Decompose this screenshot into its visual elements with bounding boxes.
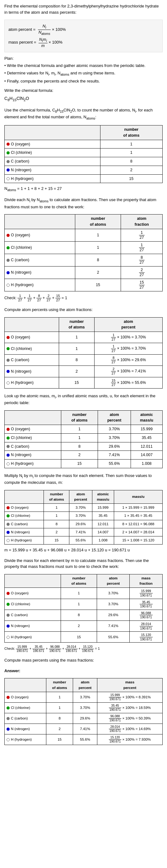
carbon-dot [6, 717, 10, 720]
table-row: H (hydrogen) 15 1527 × 100% = 55.6% [5, 377, 163, 388]
nitrogen-dot [6, 271, 10, 274]
table-row: C (carbon) 8 29.6% 96.088190.671 [5, 610, 163, 620]
table6-check: Check: 15.999190.671 + 35.45190.671 + 96… [4, 645, 163, 653]
formulas-block: atom percent = Ni Natoms × 100% mass per… [4, 20, 163, 52]
answer-label: Answer: [4, 668, 163, 674]
divide-mass-text: Divide the mass for each element by m to… [4, 558, 163, 570]
table-row: C (carbon) 8 827 × 100% = 29.6% [5, 354, 163, 366]
table1: numberof atoms O (oxygen) 1 Cl (chlorine… [4, 125, 163, 183]
hydrogen-dot [6, 738, 10, 741]
table-row: O (oxygen) 1 3.70% 15.999190.671 × 100% … [5, 692, 163, 702]
table-row: Cl (chlorine) 1 [5, 149, 163, 157]
chlorine-dot [6, 436, 10, 440]
table3: numberof atoms atompercent O (oxygen) 1 … [4, 317, 163, 389]
carbon-dot [6, 160, 10, 163]
chlorine-dot [6, 246, 10, 249]
oxygen-dot [6, 592, 10, 595]
compute-mass-text: Compute mass percents using the mass fra… [4, 657, 163, 663]
table-row: H (hydrogen) 15 [5, 174, 163, 183]
oxygen-dot [6, 696, 10, 699]
m-line: m = 15.999 u + 35.45 u + 96.088 u + 28.0… [4, 547, 163, 553]
table-row: N (nitrogen) 2 7.41% 14.007 2 × 14.007 =… [5, 528, 163, 536]
table-row: H (hydrogen) 15 55.6% 15.120190.671 × 10… [5, 734, 163, 745]
plan-item-2: • Determine values for Ni, mi, Natoms an… [4, 70, 163, 77]
chlorine-dot [6, 151, 10, 154]
carbon-dot [6, 359, 10, 362]
table-row: Cl (chlorine) 1 3.70% 35.45190.671 [5, 599, 163, 610]
table-row: N (nitrogen) 2 [5, 166, 163, 174]
table5-container: numberof atoms atompercent atomicmass/u … [4, 490, 163, 553]
table-row: O (oxygen) 1 127 [5, 229, 163, 241]
table1-col-element [5, 125, 100, 140]
multiply-text-section: Multiply Ni by mi to compute the mass fo… [4, 473, 163, 486]
chlorine-dot [6, 706, 10, 710]
table7-container: numberof atoms atompercent masspercent O… [4, 678, 163, 745]
nitrogen-dot [6, 624, 10, 628]
table2-check: Check: 127 + 127 + 827 + 227 + 1527 = 1 [4, 294, 163, 302]
table4: numberof atoms atompercent atomicmass/u … [4, 410, 163, 468]
table-row: C (carbon) 8 [5, 157, 163, 166]
write-formula-section: Write the chemical formula: C8H15ClN2O [4, 88, 163, 103]
plan-section: Plan: • Write the chemical formula and g… [4, 55, 163, 84]
lookup-text-section: Look up the atomic mass, mi, in unified … [4, 393, 163, 406]
nitrogen-dot [6, 531, 10, 534]
table-row: C (carbon) 8 29.6% 96.088190.671 × 100% … [5, 713, 163, 723]
chlorine-dot [6, 514, 10, 518]
carbon-dot [6, 523, 10, 526]
chemical-formula-display: C8H15ClN2O [4, 95, 163, 103]
table-row: C (carbon) 8 29.6% 12.011 8 × 12.011 = 9… [5, 520, 163, 528]
table1-container: numberof atoms O (oxygen) 1 Cl (chlorine… [4, 125, 163, 192]
answer-section: Answer: [4, 668, 163, 674]
table-row: H (hydrogen) 15 55.6% 15.120190.671 [5, 632, 163, 643]
table5: numberof atoms atompercent atomicmass/u … [4, 490, 163, 545]
table-row: O (oxygen) 1 3.70% 15.999190.671 [5, 588, 163, 599]
table4-container: numberof atoms atompercent atomicmass/u … [4, 410, 163, 468]
hydrogen-dot [6, 284, 10, 287]
table-row: H (hydrogen) 15 55.6% 1.008 15 × 1.008 =… [5, 536, 163, 545]
plan-header: Plan: [4, 55, 163, 62]
nitrogen-dot [6, 454, 10, 457]
hydrogen-dot [6, 462, 10, 465]
atom-percent-formula: atom percent = Ni Natoms × 100% [8, 24, 159, 36]
carbon-dot [6, 614, 10, 617]
table-row: Cl (chlorine) 1 3.70% 35.45 1 × 35.45 = … [5, 512, 163, 520]
table-row: N (nitrogen) 2 7.41% 28.014190.671 × 100… [5, 723, 163, 734]
oxygen-dot [6, 336, 10, 339]
table-row: C (carbon) 8 29.6% 12.011 [5, 442, 163, 451]
mass-percent-formula: mass percent = Nimi m × 100% [8, 37, 159, 48]
carbon-dot [6, 259, 10, 262]
table-row: N (nitrogen) 2 227 × 100% = 7.41% [5, 366, 163, 377]
oxygen-dot [6, 143, 10, 146]
table2-container: numberof atoms atomfraction O (oxygen) 1… [4, 214, 163, 302]
table7: numberof atoms atompercent masspercent O… [4, 678, 163, 745]
nitrogen-dot [6, 370, 10, 373]
table-row: Cl (chlorine) 1 3.70% 35.45 [5, 433, 163, 442]
natoms-line: Natoms = 1 + 1 + 8 + 2 + 15 = 27 [4, 186, 163, 192]
hydrogen-dot [6, 636, 10, 639]
table-row: O (oxygen) 1 127 × 100% = 3.70% [5, 332, 163, 343]
compute-atom-text: Compute atom percents using the atom fra… [4, 307, 163, 313]
chlorine-dot [6, 603, 10, 606]
table-row: Cl (chlorine) 1 127 × 100% = 3.70% [5, 343, 163, 354]
table-row: N (nitrogen) 2 7.41% 28.014190.671 [5, 620, 163, 631]
table1-col-atoms: numberof atoms [100, 125, 162, 140]
intro-text: Find the elemental composition for 2,3-d… [4, 3, 163, 15]
oxygen-dot [6, 506, 10, 509]
nitrogen-dot [6, 727, 10, 731]
carbon-dot [6, 445, 10, 448]
divide-text-section: Divide each Ni by Natoms to calculate at… [4, 197, 163, 210]
table-row: O (oxygen) 1 3.70% 15.999 [5, 425, 163, 434]
table6: numberof atoms atompercent massfraction … [4, 574, 163, 643]
table3-container: numberof atoms atompercent O (oxygen) 1 … [4, 317, 163, 389]
hydrogen-dot [6, 539, 10, 542]
table2: numberof atoms atomfraction O (oxygen) 1… [4, 214, 163, 291]
oxygen-dot [6, 428, 10, 431]
write-formula-label: Write the chemical formula: [4, 88, 163, 94]
table-row: N (nitrogen) 2 227 [5, 266, 163, 279]
table-row: C (carbon) 8 827 [5, 254, 163, 266]
table-row: N (nitrogen) 2 7.41% 14.007 [5, 451, 163, 460]
chlorine-dot [6, 347, 10, 350]
table-row: O (oxygen) 1 [5, 140, 163, 149]
table-row: H (hydrogen) 15 1527 [5, 279, 163, 291]
table6-container: numberof atoms atompercent massfraction … [4, 574, 163, 653]
